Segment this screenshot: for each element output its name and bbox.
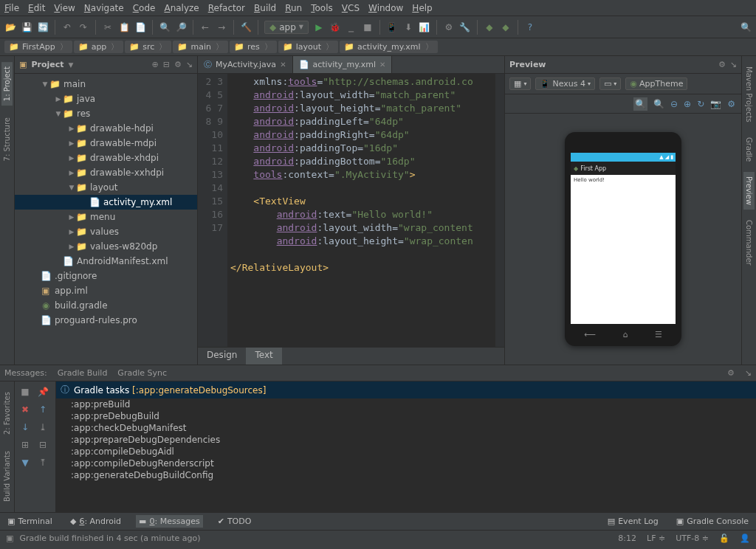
- forward-icon[interactable]: →: [216, 21, 227, 33]
- tree-item-drawable-hdpi[interactable]: ▶📁drawable-hdpi: [15, 121, 197, 136]
- monitor-icon[interactable]: 📊: [419, 21, 430, 33]
- messages-tab[interactable]: Messages:: [4, 368, 47, 378]
- tree-item-main[interactable]: ▼📁main: [15, 77, 197, 92]
- config-dropdown[interactable]: ▦▾: [509, 77, 531, 90]
- settings-icon[interactable]: 🔧: [459, 21, 471, 33]
- breadcrumb-item[interactable]: 📁activity_my.xml〉: [340, 41, 437, 53]
- dropdown-icon[interactable]: ▼: [68, 61, 73, 69]
- hide-icon[interactable]: ↘: [745, 368, 752, 378]
- tree-item-build-gradle[interactable]: ◉build.gradle: [15, 298, 197, 313]
- device-dropdown[interactable]: 📱 Nexus 4 ▾: [535, 77, 595, 90]
- menu-refactor[interactable]: Refactor: [208, 3, 245, 13]
- close-tab-icon[interactable]: ✕: [379, 61, 385, 69]
- code-area[interactable]: xmlns:tools="http://schemas.android.co a…: [227, 74, 495, 347]
- settings-icon[interactable]: ⚙: [727, 99, 735, 109]
- find-icon[interactable]: 🔍: [159, 21, 171, 33]
- tree-item-androidmanifest-xml[interactable]: 📄AndroidManifest.xml: [15, 254, 197, 269]
- tool-terminal[interactable]: ▣Terminal: [4, 515, 55, 528]
- stop-icon[interactable]: ■: [362, 21, 374, 33]
- tab-text[interactable]: Text: [246, 348, 281, 365]
- menu-run[interactable]: Run: [285, 3, 302, 13]
- right-tab-commander[interactable]: Commander: [743, 215, 755, 270]
- search-icon[interactable]: 🔍: [740, 21, 752, 33]
- lock-icon[interactable]: 🔓: [719, 534, 729, 543]
- left-tab----favorites[interactable]: 2: Favorites: [1, 387, 13, 439]
- right-tab-maven-projects[interactable]: Maven Projects: [743, 62, 755, 127]
- left-tab----structure[interactable]: 7: Structure: [1, 113, 13, 165]
- tool-todo[interactable]: ✔TODO: [215, 515, 255, 528]
- messages-tab[interactable]: Gradle Build: [58, 368, 108, 378]
- tree-item-drawable-xxhdpi[interactable]: ▶📁drawable-xxhdpi: [15, 165, 197, 180]
- tool-gradle-console[interactable]: ▣Gradle Console: [673, 515, 752, 528]
- close-tab-icon[interactable]: ✕: [280, 61, 286, 69]
- android2-icon[interactable]: ◆: [484, 21, 495, 33]
- avd-icon[interactable]: 📱: [386, 21, 398, 33]
- editor-tab-activity-my-xml[interactable]: 📄activity_my.xml✕: [293, 56, 393, 73]
- collapse-icon[interactable]: ⊟: [35, 438, 50, 452]
- messages-tab[interactable]: Gradle Sync: [117, 368, 167, 378]
- paste-icon[interactable]: 📄: [134, 21, 146, 33]
- back-icon[interactable]: ←: [199, 21, 211, 33]
- tree-item-layout[interactable]: ▼📁layout: [15, 180, 197, 195]
- scroll-from-icon[interactable]: ⊕: [151, 60, 158, 69]
- make-icon[interactable]: 🔨: [240, 21, 252, 33]
- collapse-icon[interactable]: ⊟: [163, 60, 170, 69]
- zoom-out-icon[interactable]: ⊖: [670, 99, 678, 109]
- tree-item-drawable-mdpi[interactable]: ▶📁drawable-mdpi: [15, 136, 197, 151]
- breadcrumb-item[interactable]: 📁res〉: [230, 41, 277, 53]
- save-icon[interactable]: 💾: [21, 21, 32, 33]
- debug-icon[interactable]: 🐞: [329, 21, 341, 33]
- hide-icon[interactable]: ↘: [186, 60, 193, 69]
- tab-design[interactable]: Design: [198, 348, 246, 365]
- breadcrumb-item[interactable]: 📁main〉: [173, 41, 227, 53]
- left-tab----project[interactable]: 1: Project: [1, 62, 13, 106]
- right-tab-gradle[interactable]: Gradle: [743, 133, 755, 166]
- status-icon[interactable]: ▣: [6, 534, 13, 543]
- open-icon[interactable]: 📂: [4, 21, 16, 33]
- breadcrumb-item[interactable]: 📁app〉: [74, 41, 124, 53]
- gear-icon[interactable]: ⚙: [727, 368, 735, 378]
- breadcrumb-item[interactable]: 📁FirstApp〉: [4, 41, 72, 53]
- tree-item-app-iml[interactable]: ▣app.iml: [15, 283, 197, 298]
- copy-icon[interactable]: 📋: [118, 21, 130, 33]
- left-tab-build-variants[interactable]: Build Variants: [1, 446, 13, 506]
- replace-icon[interactable]: 🔎: [175, 21, 187, 33]
- export-icon[interactable]: ⤓: [35, 420, 50, 435]
- tree-item-java[interactable]: ▶📁java: [15, 92, 197, 106]
- run-configuration-dropdown[interactable]: ◆ app ▼: [264, 21, 309, 34]
- pin-icon[interactable]: 📌: [35, 384, 50, 399]
- filter-icon[interactable]: ▼: [18, 455, 32, 470]
- expand-icon[interactable]: ⊞: [18, 438, 32, 452]
- tree-item-activity-my-xml[interactable]: 📄activity_my.xml: [15, 195, 197, 210]
- android3-icon[interactable]: ◆: [500, 21, 512, 33]
- refresh-icon[interactable]: ↻: [697, 99, 704, 109]
- attach-icon[interactable]: ⎯: [346, 21, 357, 33]
- breadcrumb-item[interactable]: 📁layout〉: [278, 41, 338, 53]
- tree-item-values[interactable]: ▶📁values: [15, 224, 197, 239]
- structure-icon[interactable]: ⚙: [443, 21, 455, 33]
- gear-icon[interactable]: ⚙: [174, 60, 182, 69]
- sdk-icon[interactable]: ⬇: [402, 21, 414, 33]
- orientation-dropdown[interactable]: ▭▾: [599, 77, 621, 90]
- tree-item-menu[interactable]: ▶📁menu: [15, 210, 197, 224]
- tree-item-proguard-rules-pro[interactable]: 📄proguard-rules.pro: [15, 313, 197, 328]
- sync-icon[interactable]: 🔄: [37, 21, 49, 33]
- tool-event-log[interactable]: ▤Event Log: [605, 515, 662, 528]
- autoscroll-icon[interactable]: ⤒: [35, 455, 50, 470]
- menu-view[interactable]: View: [54, 3, 75, 13]
- zoom-actual-icon[interactable]: 🔍: [653, 99, 664, 109]
- help-icon[interactable]: ?: [524, 21, 536, 33]
- menu-build[interactable]: Build: [254, 3, 276, 13]
- right-tab-preview[interactable]: Preview: [743, 172, 755, 210]
- cut-icon[interactable]: ✂: [102, 21, 114, 33]
- breadcrumb-item[interactable]: 📁src〉: [125, 41, 171, 53]
- status-encoding[interactable]: UTF-8: [676, 534, 699, 543]
- gear-icon[interactable]: ⚙: [718, 60, 726, 69]
- menu-help[interactable]: Help: [412, 3, 432, 13]
- tree-item-drawable-xhdpi[interactable]: ▶📁drawable-xhdpi: [15, 151, 197, 165]
- tool-6--android[interactable]: ◆6: Android: [67, 515, 124, 528]
- menu-vcs[interactable]: VCS: [342, 3, 360, 13]
- down-icon[interactable]: ↓: [18, 420, 32, 435]
- menu-edit[interactable]: Edit: [28, 3, 45, 13]
- menu-tools[interactable]: Tools: [311, 3, 333, 13]
